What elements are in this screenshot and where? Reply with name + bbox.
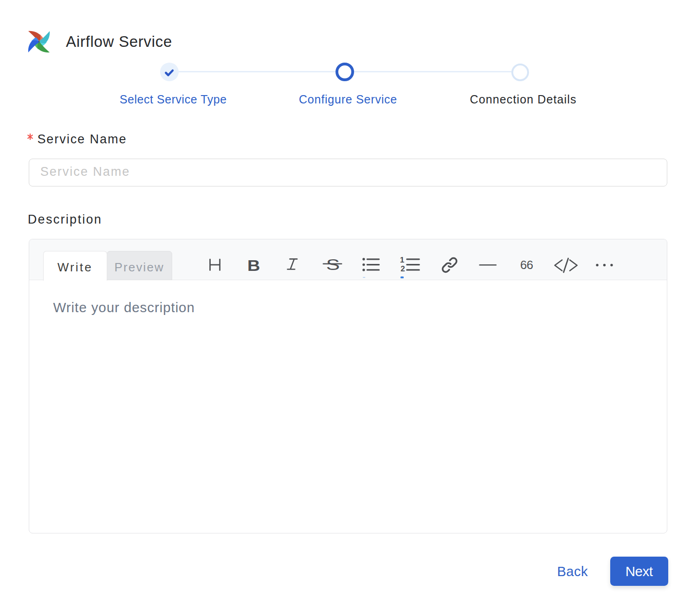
svg-text:B: B <box>247 257 260 274</box>
svg-text:2: 2 <box>400 264 405 273</box>
svg-text:1: 1 <box>400 256 404 264</box>
svg-text:66: 66 <box>520 258 533 271</box>
svg-text:S: S <box>326 256 340 273</box>
